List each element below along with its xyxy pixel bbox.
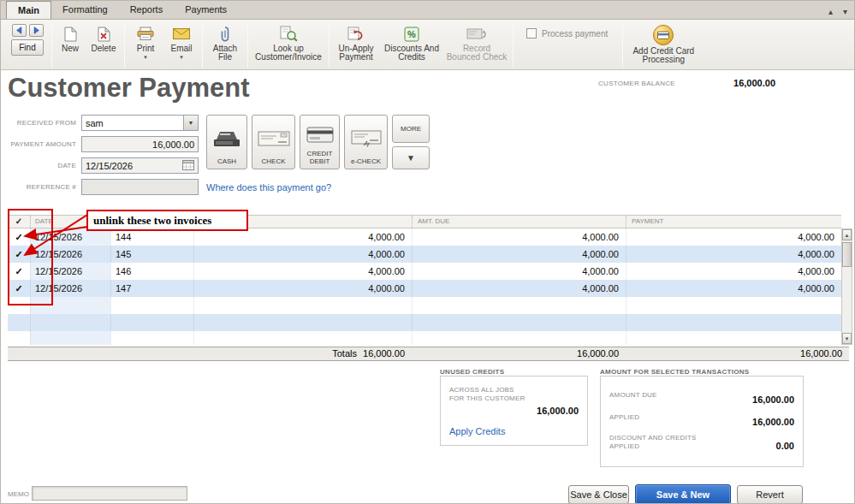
row-payment[interactable]: 4,000.00: [626, 263, 841, 280]
svg-text:%: %: [407, 29, 416, 39]
scroll-up-icon[interactable]: ▲: [842, 229, 852, 240]
add-credit-card-label: Add Credit Card Processing: [627, 47, 699, 64]
received-from-select[interactable]: sam ▼: [81, 115, 199, 131]
discounts-credits-button[interactable]: % Discounts And Credits: [380, 21, 443, 62]
save-new-button[interactable]: Save & New: [635, 484, 731, 504]
row-orig-amt: 4,000.00: [193, 228, 412, 246]
customer-balance-label: CUSTOMER BALANCE: [598, 80, 675, 87]
lookup-customer-invoice-button[interactable]: Look up Customer/Invoice: [251, 21, 326, 62]
revert-button[interactable]: Revert: [737, 485, 803, 504]
row-date: 12/15/2026: [30, 263, 110, 280]
payment-method-more-button[interactable]: MORE: [392, 115, 430, 143]
table-empty-row[interactable]: [8, 297, 841, 314]
row-date: 12/15/2026: [30, 246, 110, 263]
email-dropdown-arrow-icon[interactable]: ▼: [179, 55, 184, 60]
tab-formatting[interactable]: Formatting: [51, 1, 119, 19]
row-orig-amt: 4,000.00: [193, 263, 412, 280]
find-button[interactable]: Find: [11, 39, 44, 56]
payment-method-credit-debit-button[interactable]: CREDIT DEBIT: [300, 115, 340, 169]
back-arrow-icon: [15, 26, 24, 35]
row-date: 12/15/2026: [30, 280, 110, 297]
payment-amount-label: PAYMENT AMOUNT: [6, 140, 76, 148]
amount-due-value: 16,000.00: [752, 394, 794, 405]
e-check-label: e-CHECK: [351, 157, 381, 165]
row-payment[interactable]: 4,000.00: [626, 246, 841, 263]
table-row[interactable]: ✓ 12/15/2026 144 4,000.00 4,000.00 4,000…: [8, 228, 841, 246]
back-button[interactable]: [12, 24, 27, 37]
attach-file-button[interactable]: Attach File: [205, 21, 245, 62]
add-credit-card-processing-button[interactable]: Add Credit Card Processing: [626, 21, 701, 64]
payment-method-echeck-button[interactable]: e-CHECK: [344, 115, 388, 169]
expand-window-icon[interactable]: ▴: [828, 5, 833, 19]
tab-payments[interactable]: Payments: [174, 1, 238, 19]
table-header-row: ✓ DATE NUMBER ORIG. AMT. AMT. DUE PAYMEN…: [8, 215, 841, 228]
new-button[interactable]: New: [55, 21, 86, 53]
received-from-value: sam: [86, 118, 104, 128]
discounts-label: Discounts And Credits: [382, 44, 442, 62]
row-amt-due: 4,000.00: [412, 228, 626, 246]
window-controls: ▴ ▾: [828, 3, 855, 19]
row-check-icon[interactable]: ✓: [8, 280, 30, 297]
delete-button[interactable]: Delete: [86, 21, 122, 53]
tab-reports[interactable]: Reports: [119, 1, 175, 19]
row-payment[interactable]: 4,000.00: [626, 228, 841, 246]
new-label: New: [62, 44, 79, 53]
row-check-icon[interactable]: ✓: [8, 228, 30, 246]
un-apply-payment-button[interactable]: Un-Apply Payment: [332, 21, 380, 62]
reference-input[interactable]: [81, 179, 199, 195]
row-amt-due: 4,000.00: [412, 263, 626, 280]
print-button[interactable]: Print ▼: [128, 21, 163, 60]
credit-card-icon: [306, 120, 334, 150]
table-row[interactable]: ✓ 12/15/2026 147 4,000.00 4,000.00 4,000…: [8, 280, 841, 297]
email-label: Email: [170, 44, 192, 53]
payment-method-check-button[interactable]: CHECK: [252, 115, 295, 169]
apply-credits-link[interactable]: Apply Credits: [449, 426, 505, 436]
email-button[interactable]: Email ▼: [163, 21, 199, 60]
row-payment[interactable]: 4,000.00: [626, 280, 841, 297]
reference-label: REFERENCE #: [6, 183, 76, 191]
un-apply-label: Un-Apply Payment: [334, 44, 378, 62]
totals-payment: 16,000.00: [626, 347, 849, 360]
row-check-icon[interactable]: ✓: [8, 263, 30, 280]
memo-input[interactable]: [32, 486, 187, 501]
applied-value: 16,000.00: [752, 417, 794, 427]
table-row[interactable]: ✓ 12/15/2026 146 4,000.00 4,000.00 4,000…: [8, 263, 841, 280]
calendar-icon[interactable]: [182, 159, 194, 172]
header-check-icon[interactable]: ✓: [8, 216, 30, 228]
tab-main[interactable]: Main: [6, 1, 51, 19]
toolbar: Find New Delete Print ▼ Em: [1, 20, 855, 70]
table-scrollbar[interactable]: ▲ ▼: [841, 228, 852, 345]
scroll-down-icon[interactable]: ▼: [842, 333, 852, 344]
forward-button[interactable]: [29, 24, 44, 37]
amount-due-label: AMOUNT DUE: [609, 391, 657, 399]
customer-payment-window: Main Formatting Reports Payments ▴ ▾ Fin…: [0, 0, 855, 504]
lookup-label: Look up Customer/Invoice: [252, 44, 324, 62]
table-row[interactable]: ✓ 12/15/2026 145 4,000.00 4,000.00 4,000…: [8, 246, 841, 263]
payment-amount-value: 16,000.00: [152, 139, 194, 150]
more-dropdown-button[interactable]: ▼: [392, 146, 430, 169]
record-bounced-check-button[interactable]: Record Bounced Check: [443, 21, 510, 62]
credit-debit-label: CREDIT DEBIT: [301, 150, 338, 165]
payment-amount-field[interactable]: 16,000.00: [81, 136, 199, 152]
page-title: Customer Payment: [8, 73, 250, 104]
save-close-button[interactable]: Save & Close: [568, 485, 629, 504]
cash-label: CASH: [217, 157, 236, 165]
received-from-dropdown-icon[interactable]: ▼: [183, 116, 198, 130]
process-payment-checkbox[interactable]: [526, 28, 537, 39]
process-payment-option: Process payment: [516, 21, 620, 39]
table-empty-row[interactable]: [8, 331, 841, 345]
where-payment-link[interactable]: Where does this payment go?: [206, 182, 331, 193]
print-dropdown-arrow-icon[interactable]: ▼: [143, 55, 148, 60]
header-date: DATE: [30, 216, 110, 228]
credits-scope-line2: FOR THIS CUSTOMER: [449, 394, 525, 402]
payment-method-cash-button[interactable]: CASH: [206, 115, 247, 169]
row-orig-amt: 4,000.00: [193, 280, 412, 297]
collapse-ribbon-icon[interactable]: ▾: [843, 5, 847, 19]
date-field[interactable]: 12/15/2026: [81, 157, 199, 174]
row-check-icon[interactable]: ✓: [8, 246, 30, 263]
table-empty-row[interactable]: [8, 314, 841, 331]
row-number: 144: [110, 228, 193, 246]
selected-transactions-title: AMOUNT FOR SELECTED TRANSACTIONS: [600, 368, 750, 376]
email-envelope-icon: [173, 24, 190, 44]
scrollbar-thumb[interactable]: [842, 242, 852, 267]
